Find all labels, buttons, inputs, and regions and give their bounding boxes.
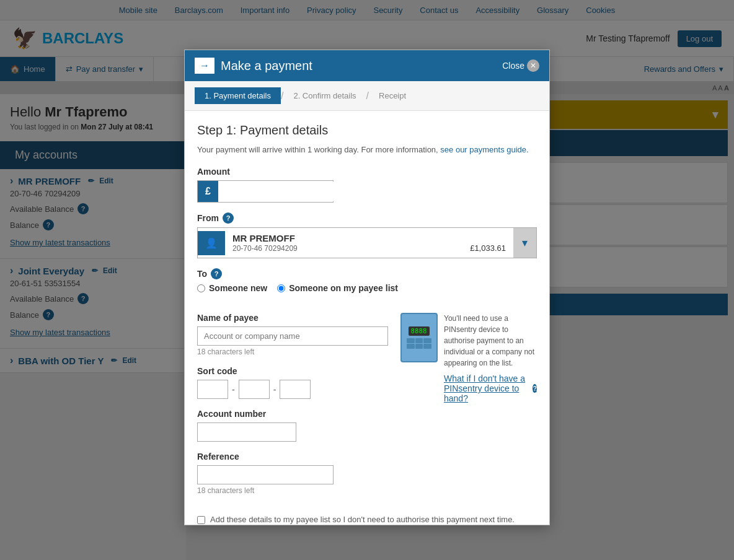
sort-dash-2: -	[273, 385, 276, 395]
payee-left: Name of payee 18 characters left Sort co…	[197, 313, 388, 505]
to-label: To ?	[197, 268, 537, 279]
someone-new-option[interactable]: Someone new	[197, 283, 267, 293]
payee-list-option[interactable]: Someone on my payee list	[277, 283, 398, 293]
make-payment-modal: → Make a payment Close ✕ 1. Payment deta…	[184, 50, 550, 525]
sort-code-input-1[interactable]	[197, 380, 228, 399]
payee-list-radio[interactable]	[277, 284, 285, 292]
from-help-icon[interactable]: ?	[223, 212, 234, 224]
reference-char-count: 18 characters left	[197, 486, 388, 495]
from-dropdown[interactable]: 👤 MR PREMOFF 20-70-46 70294209 £1,033.61…	[197, 227, 537, 258]
info-text: Your payment will arrive within 1 workin…	[197, 145, 537, 154]
amount-input[interactable]	[218, 182, 339, 201]
amount-group: Amount £	[197, 167, 537, 203]
save-payee-checkbox[interactable]	[197, 516, 205, 524]
from-label: From ?	[197, 212, 537, 224]
steps-bar: 1. Payment details / 2. Confirm details …	[185, 81, 549, 111]
payee-name-input[interactable]	[197, 326, 388, 346]
payee-section: Name of payee 18 characters left Sort co…	[197, 307, 537, 505]
payee-name-group: Name of payee 18 characters left	[197, 313, 388, 356]
step-receipt: Receipt	[369, 87, 416, 104]
to-group: To ? Someone new Someone on my payee lis…	[197, 268, 537, 297]
pinsentry-text-content: You'll need to use a PINsentry device to…	[444, 313, 537, 403]
pinsentry-device-image: 8888	[400, 313, 438, 362]
reference-group: Reference 18 characters left	[197, 452, 388, 495]
to-options: Someone new Someone on my payee list	[197, 283, 537, 297]
from-avatar-icon: 👤	[198, 231, 225, 255]
close-x-icon: ✕	[527, 59, 539, 72]
payee-char-count: 18 characters left	[197, 348, 388, 356]
from-group: From ? 👤 MR PREMOFF 20-70-46 70294209 £1…	[197, 212, 537, 258]
account-number-group: Account number	[197, 409, 388, 442]
pinsentry-help-link[interactable]: What if I don't have a PINsentry device …	[444, 374, 537, 403]
amount-input-wrapper: £	[197, 180, 334, 203]
close-modal-button[interactable]: Close ✕	[502, 59, 539, 72]
step-title: Step 1: Payment details	[197, 123, 537, 138]
sort-code-group: Sort code - -	[197, 366, 388, 399]
close-label: Close	[502, 61, 524, 71]
sort-dash-1: -	[232, 385, 235, 395]
payment-arrow-icon: →	[195, 58, 214, 74]
from-account-balance: £1,033.61	[470, 243, 506, 253]
from-chevron-icon[interactable]: ▾	[513, 228, 536, 258]
from-account-number: 20-70-46 70294209	[232, 244, 298, 253]
sort-code-label: Sort code	[197, 366, 388, 376]
pinsentry-link-text: What if I don't have a PINsentry device …	[444, 374, 530, 403]
amount-label: Amount	[197, 167, 537, 177]
pinsentry-help-icon[interactable]: ?	[533, 384, 537, 393]
save-payee-checkbox-row: Add these details to my payee list so I …	[197, 515, 537, 524]
account-number-input[interactable]	[197, 422, 296, 442]
someone-new-radio[interactable]	[197, 284, 205, 292]
modal-body: Step 1: Payment details Your payment wil…	[185, 111, 549, 525]
from-account-name: MR PREMOFF	[232, 233, 506, 243]
to-help-icon[interactable]: ?	[211, 268, 222, 279]
save-payee-label: Add these details to my payee list so I …	[210, 515, 515, 524]
currency-symbol: £	[198, 181, 218, 202]
payee-name-label: Name of payee	[197, 313, 388, 323]
reference-input[interactable]	[197, 465, 334, 484]
sort-code-inputs: - -	[197, 380, 388, 399]
reference-label: Reference	[197, 452, 388, 462]
payee-right: 8888 You'll need to u	[400, 313, 537, 505]
sort-code-input-3[interactable]	[280, 380, 311, 399]
account-number-label: Account number	[197, 409, 388, 419]
step-confirm-details[interactable]: 2. Confirm details	[283, 87, 366, 104]
from-details: MR PREMOFF 20-70-46 70294209 £1,033.61	[225, 228, 513, 258]
step-payment-details[interactable]: 1. Payment details	[195, 87, 281, 104]
payments-guide-link[interactable]: see our payments guide.	[440, 145, 528, 154]
modal-title: → Make a payment	[195, 58, 312, 74]
pinsentry-desc: You'll need to use a PINsentry device to…	[444, 313, 537, 369]
payee-list-label: Someone on my payee list	[289, 283, 398, 293]
modal-header: → Make a payment Close ✕	[185, 50, 549, 81]
sort-code-input-2[interactable]	[239, 380, 270, 399]
someone-new-label: Someone new	[209, 283, 267, 293]
